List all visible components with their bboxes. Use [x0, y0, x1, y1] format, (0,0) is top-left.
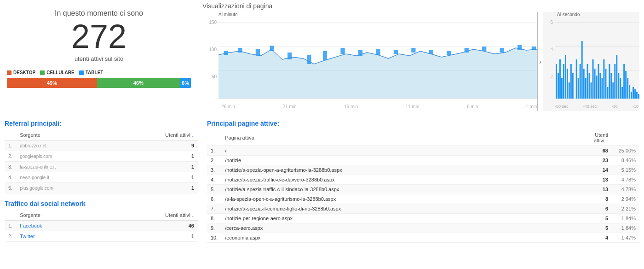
- pages-row-page: /notizie/a-spezia-traffic-c-e-davvero-32…: [221, 175, 584, 185]
- x-axis-sec: -50 sec -40 sec -30 -10: [543, 103, 639, 109]
- desktop-color-dot: [7, 70, 12, 75]
- y-sec-6: 6: [550, 20, 553, 25]
- svg-rect-64: [623, 64, 625, 99]
- svg-rect-68: [631, 92, 632, 99]
- pages-row-pct: 8,46%: [612, 156, 639, 165]
- pages-row-page: /notizie: [221, 156, 584, 165]
- svg-rect-47: [592, 59, 594, 99]
- legend-tablet: TABLET: [79, 70, 104, 75]
- social-table: Sorgente Utenti attivi↓ 1. Facebook 46 2…: [5, 210, 198, 242]
- referral-row-users: 9: [115, 140, 198, 151]
- x-sec-10: -10: [632, 104, 638, 109]
- svg-rect-52: [601, 78, 603, 99]
- svg-rect-9: [307, 55, 311, 64]
- svg-rect-40: [580, 64, 581, 99]
- chart-label-second: Al secondo: [543, 12, 639, 18]
- pages-row: 2. /notizie 23 8,46%: [207, 156, 639, 165]
- tablet-color-dot: [79, 70, 84, 75]
- desktop-label: DESKTOP: [13, 70, 35, 75]
- social-row-source[interactable]: Twitter: [16, 231, 98, 242]
- referral-row-num: 1.: [5, 140, 16, 151]
- x-axis-main: - 26 min - 21 min - 16 min - 11 min - 6 …: [202, 103, 537, 109]
- referral-row-source: la-spezia-online.it: [16, 162, 115, 172]
- cellulare-label: CELLULARE: [46, 70, 75, 75]
- pages-row-page: /: [221, 146, 584, 156]
- pages-row-num: 5.: [207, 185, 221, 194]
- y-sec-2: 2: [550, 74, 553, 79]
- svg-rect-57: [610, 73, 612, 99]
- svg-rect-36: [572, 73, 574, 99]
- main-chart-svg: [218, 18, 537, 103]
- referral-row-users: 1: [115, 183, 198, 193]
- tablet-label: TABLET: [86, 70, 104, 75]
- pages-row-page: /notizie/a-spezia-traffic-c-il-sindaco-l…: [221, 185, 584, 194]
- active-pages-title: Principali pagine attive:: [207, 120, 639, 127]
- y-axis-main: 150 100 50: [202, 18, 218, 103]
- social-row: 2. Twitter 1: [5, 231, 198, 242]
- expand-chart-button[interactable]: ›: [538, 12, 543, 111]
- svg-rect-71: [636, 92, 638, 99]
- x-label-21: - 21 min: [280, 104, 296, 109]
- pages-row: 1. / 68 25,00%: [207, 146, 639, 156]
- pages-row-users: 23: [584, 156, 612, 165]
- svg-rect-42: [583, 69, 585, 99]
- pages-row-num: 10.: [207, 233, 221, 243]
- pages-row-pct: 25,00%: [612, 146, 639, 156]
- pages-row-page: /notizie/a-spezia-open-a-agriturismo-la-…: [221, 165, 584, 175]
- pages-row: 9. /cerca-aero.aspx 5 1,84%: [207, 223, 639, 233]
- x-label-1: - 1 min: [523, 104, 537, 109]
- pages-row: 5. /notizie/a-spezia-traffic-c-il-sindac…: [207, 185, 639, 194]
- svg-rect-29: [559, 59, 561, 99]
- svg-rect-44: [587, 64, 588, 99]
- pages-row-num: 6.: [207, 194, 221, 204]
- pages-row-num: 9.: [207, 223, 221, 233]
- pages-row-users: 14: [584, 165, 612, 175]
- svg-rect-61: [618, 73, 619, 99]
- svg-rect-48: [594, 69, 596, 99]
- pages-row-pct: 2,21%: [612, 204, 639, 214]
- referral-col-num: [5, 130, 16, 140]
- svg-rect-50: [598, 64, 599, 99]
- active-users-count: 272: [7, 20, 191, 53]
- svg-rect-14: [394, 50, 398, 54]
- bar-desktop: 49%: [7, 78, 97, 88]
- svg-rect-13: [376, 49, 380, 55]
- svg-rect-6: [256, 49, 260, 56]
- svg-rect-27: [556, 64, 557, 99]
- pages-row-users: 4: [584, 233, 612, 243]
- svg-rect-62: [620, 78, 621, 99]
- social-row: 1. Facebook 46: [5, 221, 198, 231]
- svg-rect-19: [482, 47, 486, 51]
- svg-rect-39: [578, 78, 579, 99]
- svg-rect-17: [447, 51, 451, 55]
- x-label-11: - 11 min: [402, 104, 419, 109]
- pages-row-pct: 1,84%: [612, 214, 639, 223]
- svg-rect-8: [288, 53, 292, 59]
- legend-cellulare: CELLULARE: [40, 70, 75, 75]
- svg-rect-46: [591, 82, 592, 99]
- referral-row: 4. news.google.it 1: [5, 172, 198, 183]
- social-row-num: 1.: [5, 221, 16, 231]
- social-sort-arrow: ↓: [192, 212, 195, 218]
- active-users-subtitle: utenti attivi sul sito: [7, 55, 191, 62]
- svg-rect-38: [576, 59, 577, 99]
- pages-row-page: /notizie-per-regione-aero.aspx: [221, 214, 584, 223]
- active-pages-section: Principali pagine attive: Pagina attiva …: [207, 113, 639, 243]
- referral-col-source: Sorgente: [16, 130, 115, 140]
- referral-row-source: plus.google.com: [16, 183, 115, 193]
- svg-rect-53: [603, 59, 604, 99]
- pages-row: 7. /notizie/a-spezia-il-comune-figlio-di…: [207, 204, 639, 214]
- referral-section: Referral principali: Sorgente Utenti att…: [5, 120, 198, 193]
- y-label-50: 50: [212, 74, 217, 79]
- svg-rect-16: [429, 50, 433, 54]
- cellulare-color-dot: [40, 70, 45, 75]
- referral-row-source: abbruzzo.net: [16, 140, 115, 151]
- svg-rect-20: [500, 48, 504, 53]
- svg-rect-59: [614, 64, 615, 99]
- svg-rect-32: [565, 55, 566, 99]
- referral-row-source: news.google.it: [16, 172, 115, 183]
- active-pages-table: Pagina attiva Utenti attivi↓ 1. / 68 25,…: [207, 130, 639, 243]
- svg-rect-34: [569, 82, 570, 99]
- social-title: Traffico dai social network: [5, 200, 198, 207]
- social-row-source[interactable]: Facebook: [16, 221, 98, 231]
